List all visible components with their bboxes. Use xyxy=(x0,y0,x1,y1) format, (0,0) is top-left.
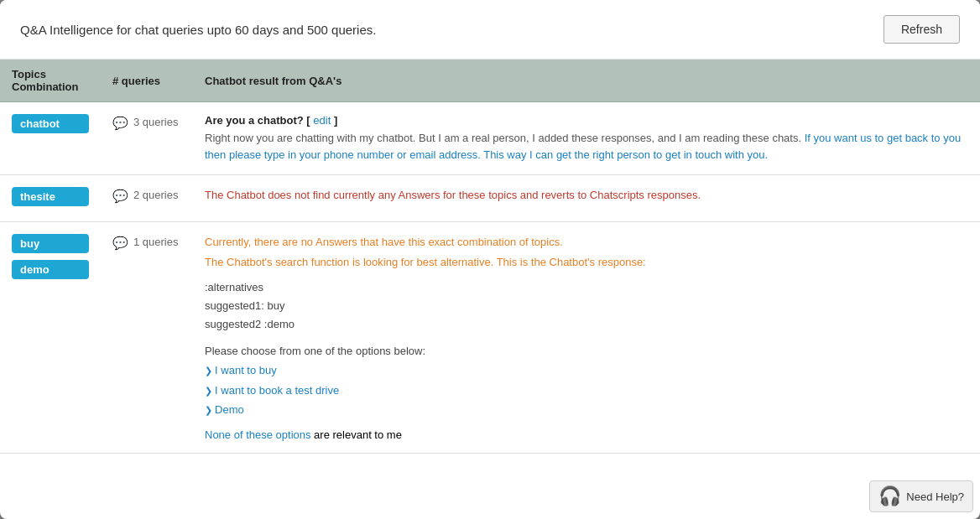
queries-count: 2 queries xyxy=(133,189,178,201)
topic-badge: chatbot xyxy=(12,114,89,133)
result-orange-1: Currently, there are no Answers that hav… xyxy=(205,234,968,251)
queries-count: 3 queries xyxy=(133,116,178,128)
result-cell: Are you a chatbot? [ edit ] Right now yo… xyxy=(193,102,980,175)
suggested1: suggested1: buy xyxy=(205,297,968,315)
refresh-button[interactable]: Refresh xyxy=(884,15,960,44)
topic-badge: thesite xyxy=(12,187,89,206)
result-cell: Currently, there are no Answers that hav… xyxy=(193,222,980,454)
main-table: Topics Combination # queries Chatbot res… xyxy=(0,60,980,519)
need-help-label: Need Help? xyxy=(906,490,964,503)
help-icon: 🎧 xyxy=(878,485,901,507)
edit-link[interactable]: edit xyxy=(313,114,331,127)
table-row: thesite💬2 queriesThe Chatbot does not fi… xyxy=(0,175,980,222)
none-link[interactable]: None of these options xyxy=(205,428,310,441)
none-suffix: are relevant to me xyxy=(310,428,401,441)
result-red: The Chatbot does not find currently any … xyxy=(205,187,968,204)
col-header-topics: Topics Combination xyxy=(0,60,101,102)
col-header-queries: # queries xyxy=(101,60,193,102)
queries-cell: 💬1 queries xyxy=(101,222,193,454)
bubble-icon: 💬 xyxy=(112,189,128,204)
table-row: chatbot💬3 queries Are you a chatbot? [ e… xyxy=(0,102,980,175)
alternatives-label: :alternatives xyxy=(205,278,968,297)
result-body: Right now you are chatting with my chatb… xyxy=(205,130,968,163)
queries-cell: 💬2 queries xyxy=(101,175,193,222)
option-link[interactable]: I want to buy xyxy=(205,361,968,380)
queries-count: 1 queries xyxy=(133,236,178,248)
result-orange-2: The Chatbot's search function is looking… xyxy=(205,254,968,271)
topics-cell: chatbot xyxy=(0,102,101,175)
qa-table: Topics Combination # queries Chatbot res… xyxy=(0,60,980,454)
bubble-icon: 💬 xyxy=(112,236,128,251)
app-window: Q&A Intelligence for chat queries upto 6… xyxy=(0,0,980,519)
topic-badge: buy xyxy=(12,234,89,253)
topic-badge: demo xyxy=(12,260,89,279)
header-bar: Q&A Intelligence for chat queries upto 6… xyxy=(0,0,980,60)
result-title: Are you a chatbot? [ edit ] xyxy=(205,114,968,127)
header-text: Q&A Intelligence for chat queries upto 6… xyxy=(20,23,867,37)
need-help-button[interactable]: 🎧 Need Help? xyxy=(869,480,973,512)
bubble-icon: 💬 xyxy=(112,116,128,131)
result-cell: The Chatbot does not find currently any … xyxy=(193,175,980,222)
option-link[interactable]: I want to book a test drive xyxy=(205,381,968,400)
queries-cell: 💬3 queries xyxy=(101,102,193,175)
suggested2: suggested2 :demo xyxy=(205,315,968,334)
table-row: buydemo💬1 queries Currently, there are n… xyxy=(0,222,980,454)
topics-cell: thesite xyxy=(0,175,101,222)
topics-cell: buydemo xyxy=(0,222,101,454)
choose-label: Please choose from one of the options be… xyxy=(205,342,968,361)
none-section: None of these options are relevant to me xyxy=(205,428,968,441)
col-header-result: Chatbot result from Q&A's xyxy=(193,60,980,102)
option-link[interactable]: Demo xyxy=(205,400,968,419)
